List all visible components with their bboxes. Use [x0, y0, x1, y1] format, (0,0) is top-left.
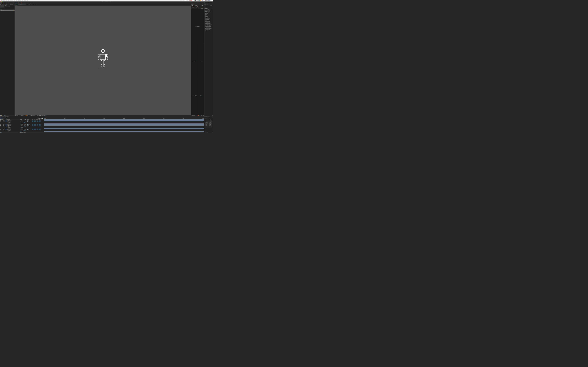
status-icon[interactable]: ⊕: [182, 0, 182, 1]
dropbox-icon[interactable]: ⬡: [184, 0, 184, 1]
menu-view[interactable]: View: [22, 0, 23, 1]
motion2-rope-button[interactable]: ⊕ ROPE: [205, 126, 208, 127]
ruler-icon[interactable]: ⊟: [204, 117, 204, 117]
duik-tail[interactable]: Tail〰: [198, 78, 204, 113]
menu-window[interactable]: Window: [24, 0, 26, 1]
res-menu-icon[interactable]: ▾: [29, 115, 29, 116]
layer-row[interactable]: ◉▸ ▣5★ Shape Layer 8Normal ▾None ▾🔗 None…: [0, 125, 44, 126]
pan-behind-tool-icon[interactable]: ◫: [8, 2, 9, 3]
status-icon[interactable]: ⟳: [183, 0, 183, 1]
duik-link-icon[interactable]: ~: [203, 5, 203, 6]
always-preview-icon[interactable]: ▣: [15, 115, 16, 116]
motion2-tab[interactable]: Motion 2: [204, 116, 208, 117]
close-icon[interactable]: [0, 1, 1, 2]
camera-tool-icon[interactable]: ⊞: [7, 2, 8, 3]
volume-icon[interactable]: 🔊: [199, 0, 200, 1]
audio-tab[interactable]: Audio: [207, 3, 209, 5]
figure-r-thigh[interactable]: [104, 60, 105, 64]
figure-head[interactable]: [101, 49, 104, 53]
menu-layer[interactable]: Layer: [14, 0, 15, 1]
motion2-orbit-button[interactable]: ⊕ ORBIT: [208, 125, 212, 126]
menu-file[interactable]: File: [6, 0, 7, 1]
notifications-icon[interactable]: ☰: [212, 0, 212, 1]
axis-tool-icon[interactable]: ⊹: [24, 2, 25, 3]
layer-row[interactable]: ◉▸ ▣3★ Shape Layer 7Normal ▾None ▾🔗 None…: [0, 121, 44, 122]
exposure[interactable]: +0.0: [45, 115, 46, 116]
comp-thumbnail[interactable]: [0, 5, 4, 8]
layer-row[interactable]: ◉▸ ▣1★ Shape Layer 14Normal ▾🔗 None ▾000…: [0, 120, 44, 121]
brush-tool-icon[interactable]: 🖌: [14, 2, 16, 3]
status-icon[interactable]: ▣: [195, 0, 196, 1]
preview-play-icon[interactable]: ▶: [208, 9, 209, 10]
camera-dropdown[interactable]: Active Camera: [31, 115, 35, 116]
motion2-name-button[interactable]: ⊕ NAME: [208, 124, 212, 125]
selection-tool-icon[interactable]: ▲: [0, 2, 2, 3]
libraries-tab[interactable]: Libra: [210, 10, 212, 12]
effects-new-icon[interactable]: ▣: [204, 115, 213, 116]
clock-time[interactable]: 21:48: [207, 0, 209, 1]
timeline-search[interactable]: 🔍▾: [6, 118, 7, 119]
motion2-slider-1[interactable]: ⊢ ⊣ ⊢⊣: [205, 119, 212, 119]
ruler-icon[interactable]: ⊕: [203, 117, 203, 117]
layer-tab[interactable]: Layer (none): [33, 3, 37, 5]
motion2-warp-button[interactable]: ⊕ WARP: [208, 126, 212, 127]
tl-tool-icon[interactable]: ⊕: [40, 118, 41, 119]
workspace-essentials[interactable]: Essentials: [190, 3, 193, 3]
sync-icon[interactable]: 🗖: [203, 3, 203, 3]
views-menu-icon[interactable]: ▾: [39, 115, 40, 116]
guides-icon[interactable]: ⊞: [40, 115, 41, 116]
char-type-ungulate[interactable]: 🐎Ungulate: [192, 6, 194, 8]
timemachine-icon[interactable]: ↻: [198, 0, 199, 1]
preview-last-icon[interactable]: ⏭: [210, 9, 211, 10]
tl-shy-icon[interactable]: 👻: [39, 118, 40, 119]
viewer-overflow-icon[interactable]: »: [15, 4, 15, 4]
project-search[interactable]: 🔍▾: [0, 8, 15, 9]
figure-l-arm[interactable]: [98, 57, 99, 60]
char-type-digitigrade[interactable]: 🐕Digitigrade: [196, 6, 199, 8]
layer-bar[interactable]: [44, 128, 204, 129]
render-queue-tab[interactable]: Render Queue: [0, 116, 5, 117]
bluetooth-icon[interactable]: ᚛: [197, 0, 198, 1]
zoom-dropdown[interactable]: (100%): [16, 115, 18, 116]
layer-row[interactable]: ◉▸ ▣2★ Shape Layer 9Normal ▾None ▾🔗 None…: [0, 121, 44, 121]
dropdown-icon[interactable]: ▾: [210, 132, 210, 133]
panel-overflow-icon[interactable]: »: [14, 4, 15, 4]
motion2-slider-2[interactable]: ⊥ ⊤ ⊥⊤: [205, 120, 212, 120]
menu-animation[interactable]: Animation: [18, 0, 21, 1]
resolution-icon[interactable]: ▾: [19, 115, 19, 116]
duik-help-icon[interactable]: ?: [204, 5, 204, 6]
eraser-tool-icon[interactable]: ⌫: [17, 2, 19, 3]
rotate-tool-icon[interactable]: ⟳: [5, 2, 6, 3]
views-dropdown[interactable]: 1 View: [37, 115, 39, 116]
layer-bar[interactable]: [44, 124, 204, 125]
project-tab[interactable]: Project≡: [10, 3, 13, 5]
timeline-icon[interactable]: ⊞: [44, 115, 45, 116]
menu-help[interactable]: Help: [27, 0, 28, 1]
viewer-lock-icon[interactable]: 🔒: [16, 4, 17, 4]
preview-tab[interactable]: Preview≡: [204, 8, 208, 9]
motion2-stare-button[interactable]: ⊕ STARE: [208, 127, 212, 127]
status-icon[interactable]: ⓘ: [186, 0, 186, 1]
folder-icon[interactable]: 📁: [14, 10, 14, 10]
roto-tool-icon[interactable]: ✦: [19, 2, 20, 3]
tl-tool-icon[interactable]: ◐: [41, 118, 42, 119]
snapping-toggle-icon[interactable]: ↗: [32, 3, 33, 3]
timeline-zoom-slider[interactable]: [44, 132, 204, 133]
figure-r-shoulder[interactable]: [106, 54, 108, 57]
app-name[interactable]: After Effects CC: [1, 0, 5, 1]
wifi-icon[interactable]: 📶: [200, 0, 201, 1]
layer-row[interactable]: ◉▸ ▣8★ Shape Layer 5Normal ▾None ▾🔗 None…: [0, 129, 44, 130]
effects-category[interactable]: FxFactory Pro Color Correction: [204, 22, 213, 23]
timeline-comp-tab[interactable]: × Comp 1 ≡: [5, 116, 9, 117]
layer-bar[interactable]: [44, 131, 204, 132]
figure-r-arm[interactable]: [107, 57, 108, 60]
tl-graph-icon[interactable]: 📊: [42, 118, 43, 119]
footage-tab[interactable]: Footage (none): [27, 3, 32, 5]
bpc-toggle[interactable]: 8 bpc: [4, 115, 5, 116]
motion2-clone-button[interactable]: ⊕ CLONE: [208, 123, 212, 124]
type-tool-icon[interactable]: T: [13, 2, 14, 3]
duik-cancel[interactable]: Cancel«: [191, 113, 204, 115]
effects-presets-tab[interactable]: Effects & Presets≡: [204, 10, 210, 12]
snapping-label[interactable]: Snapping: [30, 3, 32, 3]
cam-menu-icon[interactable]: ▾: [36, 115, 36, 116]
